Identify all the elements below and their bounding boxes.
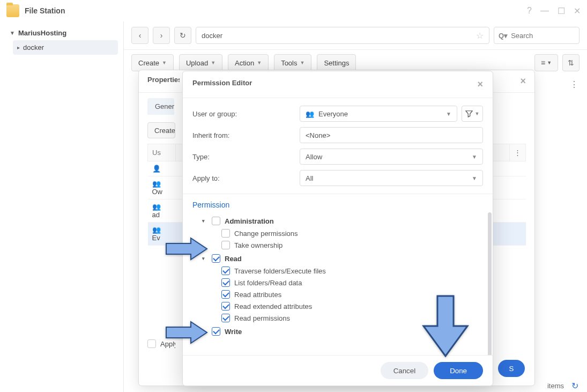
permission-item[interactable]: Take ownership — [202, 239, 483, 251]
permission-item[interactable]: Change permissions — [202, 227, 483, 239]
settings-button[interactable]: Settings — [317, 54, 356, 71]
collapse-icon[interactable]: ▾ — [202, 329, 207, 334]
app-title: File Station — [25, 6, 65, 15]
refresh-icon[interactable]: ↻ — [571, 381, 578, 391]
apply-checkbox[interactable] — [147, 339, 156, 348]
read-label: Read — [225, 255, 242, 263]
collapse-icon[interactable]: ▾ — [202, 256, 207, 261]
help-icon[interactable]: ? — [527, 6, 532, 16]
type-value: Allow — [306, 153, 322, 161]
more-menu-icon[interactable]: ⋮ — [570, 79, 578, 90]
search-input[interactable] — [511, 32, 575, 40]
items-count: items — [547, 382, 564, 390]
tree-item-docker[interactable]: ▸ docker — [13, 40, 118, 55]
group-icon: 👥 — [152, 180, 161, 188]
tree-item-label: docker — [23, 43, 44, 51]
nav-forward-button[interactable]: › — [153, 27, 170, 44]
properties-title: Properties — [147, 76, 180, 87]
cancel-button[interactable]: Cancel — [381, 362, 429, 379]
permission-editor-close-button[interactable]: × — [477, 79, 483, 90]
read-checkbox[interactable] — [212, 254, 220, 263]
apply-to-label: Apply to: — [192, 174, 300, 182]
action-menu-button[interactable]: Action▼ — [228, 54, 269, 71]
permission-item[interactable]: Read extended attributes — [202, 300, 483, 312]
funnel-icon — [465, 110, 473, 117]
chevron-down-icon: ▼ — [475, 111, 480, 116]
title-bar: File Station ? — ☐ ✕ — [0, 0, 587, 21]
read-attributes-checkbox[interactable] — [221, 290, 230, 299]
group-icon: 👥 — [152, 226, 161, 234]
maximize-button[interactable]: ☐ — [558, 6, 565, 16]
group-icon: 👥 — [306, 110, 314, 118]
tree-root-label: MariusHosting — [18, 29, 66, 37]
star-icon[interactable]: ☆ — [476, 31, 484, 41]
apply-to-select[interactable]: All ▼ — [300, 170, 483, 186]
tools-menu-button[interactable]: Tools▼ — [274, 54, 311, 71]
read-permissions-checkbox[interactable] — [221, 314, 230, 322]
column-more[interactable]: ⋮ — [509, 144, 525, 161]
administration-checkbox[interactable] — [212, 217, 220, 225]
close-button[interactable]: ✕ — [574, 6, 581, 16]
caret-right-icon: ▸ — [17, 45, 20, 50]
group-icon: 👥 — [152, 203, 161, 211]
path-input[interactable]: docker ☆ — [196, 27, 489, 44]
take-ownership-checkbox[interactable] — [221, 241, 230, 249]
inherit-from-label: Inherit from: — [192, 131, 300, 139]
inherit-from-field[interactable]: <None> — [300, 127, 483, 143]
search-icon: Q▾ — [499, 32, 508, 40]
upload-menu-button[interactable]: Upload▼ — [179, 54, 222, 71]
permission-editor-title: Permission Editor — [192, 79, 252, 90]
permission-section-title: Permission — [183, 194, 493, 212]
create-button[interactable]: Create — [147, 122, 175, 138]
reload-button[interactable]: ↻ — [174, 27, 191, 44]
tree-root[interactable]: ▼ MariusHosting — [5, 26, 118, 40]
change-permissions-checkbox[interactable] — [221, 229, 230, 238]
inherit-from-value: <None> — [306, 131, 330, 139]
sidebar: ▼ MariusHosting ▸ docker — [0, 21, 124, 392]
column-user[interactable]: Us — [148, 144, 176, 161]
apply-to-value: All — [306, 174, 313, 182]
chevron-down-icon: ▼ — [446, 111, 451, 117]
apply-label: Apply — [160, 340, 175, 348]
permission-item[interactable]: Read attributes — [202, 289, 483, 300]
scrollbar[interactable] — [488, 212, 492, 355]
permission-item[interactable]: Read permissions — [202, 312, 483, 324]
user-or-group-label: User or group: — [192, 110, 300, 118]
nav-back-button[interactable]: ‹ — [131, 27, 148, 44]
user-icon: 👤 — [152, 165, 161, 173]
sort-button[interactable]: ⇅ — [562, 54, 579, 71]
folder-icon — [6, 4, 19, 17]
permission-editor-dialog: Permission Editor × User or group: 👥 Eve… — [182, 71, 493, 386]
user-or-group-select[interactable]: 👥 Everyone ▼ — [300, 106, 457, 122]
done-button[interactable]: Done — [434, 362, 483, 379]
caret-down-icon: ▼ — [10, 30, 15, 36]
list-folders-checkbox[interactable] — [221, 278, 230, 287]
properties-close-button[interactable]: × — [520, 76, 526, 87]
path-text: docker — [202, 32, 222, 40]
minimize-button[interactable]: — — [540, 6, 549, 16]
write-checkbox[interactable] — [212, 327, 220, 336]
permission-item[interactable]: List folders/Read data — [202, 277, 483, 289]
traverse-folders-checkbox[interactable] — [221, 267, 230, 275]
type-label: Type: — [192, 153, 300, 161]
create-menu-button[interactable]: Create▼ — [131, 54, 174, 71]
chevron-down-icon: ▼ — [472, 175, 477, 181]
collapse-icon[interactable]: ▾ — [202, 218, 207, 224]
filter-button[interactable]: ▼ — [462, 106, 483, 122]
chevron-down-icon: ▼ — [472, 154, 477, 160]
permission-item[interactable]: Traverse folders/Execute files — [202, 265, 483, 277]
save-button[interactable]: S — [498, 360, 525, 377]
tab-general[interactable]: General — [147, 98, 174, 115]
permission-tree: ▾ Administration Change permissions Take… — [183, 212, 493, 355]
write-label: Write — [225, 328, 242, 336]
status-bar: items ↻ — [547, 381, 578, 391]
user-or-group-value: Everyone — [318, 110, 348, 118]
view-list-button[interactable]: ≡ ▼ — [534, 54, 558, 71]
administration-label: Administration — [225, 217, 274, 225]
type-select[interactable]: Allow ▼ — [300, 149, 483, 165]
read-extended-attributes-checkbox[interactable] — [221, 302, 230, 310]
search-box[interactable]: Q▾ — [494, 27, 579, 44]
